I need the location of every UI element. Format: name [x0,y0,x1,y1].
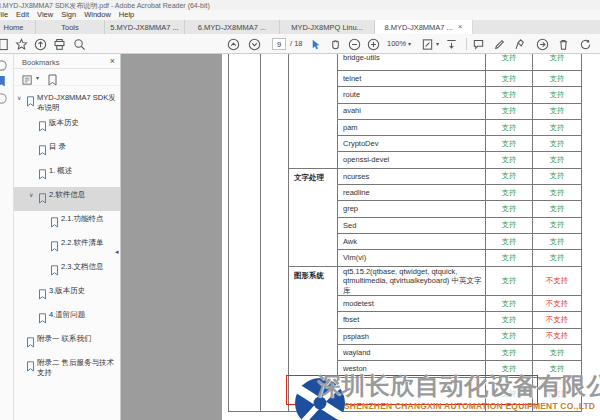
bookmark-item[interactable]: 版本历史 [14,115,121,139]
bookmark-item[interactable]: 2.3.文档信息 [14,259,121,283]
tab-home[interactable]: Home [0,20,36,34]
bookmark-item[interactable]: 4.遗留问题 [14,307,121,331]
bookmark-page-icon [38,142,49,160]
bookmark-options-dropdown-icon[interactable]: ▾ [36,74,39,81]
tab-document-3[interactable]: MYD-JX8MPQ Linu... [280,20,375,34]
search-icon[interactable] [72,37,87,51]
bookmarks-panel-icon[interactable] [0,74,8,92]
nav-attachments-icon[interactable] [0,91,8,109]
package-name-cell: Awk [338,233,486,249]
support-status-cell: 支持 [533,250,582,266]
toolbar: 9 / 18 100% ▾ ▾ [0,34,600,54]
bookmark-item[interactable]: ∨MYD-JX8MMA7 SDK发布说明 [14,90,121,115]
chevron-down-icon [17,358,26,359]
support-status-cell: 支持 [486,312,533,328]
support-status-cell: 支持 [486,103,533,119]
previous-page-icon[interactable] [226,37,241,51]
support-status-cell: 支持 [533,71,582,87]
support-status-cell: 支持 [486,71,533,87]
hand-tool-icon[interactable] [328,37,343,51]
menu-view[interactable]: View [37,10,53,20]
package-name-cell: telnet [338,71,486,87]
bookmark-item[interactable]: 目 录 [14,139,121,163]
tab-document-2[interactable]: 6.MYD-JX8MMA7 ... [185,20,280,34]
support-status-cell: 支持 [533,201,582,217]
package-name-cell: ncurses [338,168,486,184]
bookmarks-tree: ∨MYD-JX8MMA7 SDK发布说明版本历史目 录1. 概述∨2.软件信息2… [14,90,121,380]
software-support-table: bridge-utils支持支持telnet支持支持route支持支持avahi… [228,54,582,412]
delete-trash-icon[interactable] [556,37,571,51]
red-annotation-box [286,375,538,405]
menu-help[interactable]: Help [119,10,134,20]
menu-edit[interactable]: Edit [16,10,29,20]
chevron-down-icon [29,118,38,119]
bookmark-item[interactable]: 1. 概述 [14,163,121,187]
support-status-cell: 支持 [486,344,533,360]
zoom-in-icon[interactable] [366,37,381,51]
share-send-icon[interactable] [535,37,550,51]
bookmark-page-icon [38,310,49,328]
bookmark-item[interactable]: ∨2.软件信息 [14,187,121,211]
refresh-rotate-icon[interactable] [578,37,593,51]
package-name-cell: Sed [338,217,486,233]
bookmark-item[interactable]: 附录二 售后服务与技术支持 [14,355,121,380]
bookmark-item-label: 4.遗留问题 [49,310,85,320]
package-name-cell: Vim(vi) [338,250,486,266]
tab-document-1[interactable]: 5.MYD-JX8MMA7 ... [105,20,185,34]
zoom-out-icon[interactable] [347,37,362,51]
star-bookmark-icon[interactable] [14,37,29,51]
support-status-cell: 支持 [486,233,533,249]
bookmarks-actions: ▾ [14,69,121,86]
chevron-down-icon[interactable]: ∨ [29,190,38,200]
bookmark-page-icon [26,93,37,111]
bookmark-page-icon [38,166,49,184]
expand-bookmark-icon[interactable] [47,72,58,90]
bookmark-item[interactable]: 2.2.软件清单 [14,235,121,259]
bookmark-page-icon [50,262,61,280]
support-status-cell: 支持 [533,361,582,377]
package-name-cell: openssl-devel [338,152,486,168]
signature-pen-icon[interactable] [513,37,528,51]
close-tab-icon[interactable]: × [458,23,463,31]
zoom-dropdown-icon[interactable]: ▾ [408,40,411,47]
bookmark-item[interactable]: 附录一 联系我们 [14,331,121,355]
bookmark-item-label: 2.3.文档信息 [61,262,104,272]
chevron-down-icon [41,262,50,263]
zoom-level-label[interactable]: 100% [387,39,406,48]
close-panel-icon[interactable]: × [110,57,115,66]
fill-sign-pencil-icon[interactable] [492,37,507,51]
bookmark-page-icon [38,190,49,208]
menu-sign[interactable]: Sign [61,10,76,20]
support-status-cell: 支持 [533,185,582,201]
support-status-cell: 支持 [533,217,582,233]
next-page-icon[interactable] [247,37,262,51]
bookmark-item[interactable]: 2.1.功能特点 [14,211,121,235]
package-name-cell: readline [338,185,486,201]
menu-file[interactable]: File [0,10,8,20]
page-fit-dropdown-icon[interactable]: ▾ [436,40,439,47]
support-status-cell: 支持 [486,168,533,184]
chevron-down-icon[interactable]: ∨ [17,93,26,103]
page-fit-icon[interactable] [420,37,435,51]
comment-icon[interactable] [471,37,486,51]
tab-document-4-active[interactable]: 8.MYD-JX8MMA7 ... × [375,20,473,34]
page-number-input[interactable]: 9 [272,38,286,50]
support-status-cell: 支持 [486,217,533,233]
pdf-page: bridge-utils支持支持telnet支持支持route支持支持avahi… [222,54,600,420]
menu-window[interactable]: Window [84,10,111,20]
chevron-down-icon [29,286,38,287]
category-cell: 文字处理 [289,168,338,266]
navigation-strip [0,54,14,420]
collapse-panel-icon[interactable]: ◂ [115,248,119,256]
share-upload-icon[interactable] [33,37,48,51]
tab-tools[interactable]: Tools [36,20,105,34]
save-file-icon[interactable] [0,37,11,51]
support-status-cell: 支持 [533,87,582,103]
category-cell [289,54,338,168]
support-status-cell: 不支持 [533,377,582,411]
bookmark-item[interactable]: 3.版本历史 [14,283,121,307]
bookmark-options-icon[interactable] [22,72,34,90]
fit-width-icon[interactable] [444,37,459,51]
select-tool-icon[interactable] [308,37,323,51]
print-icon[interactable] [52,37,67,51]
